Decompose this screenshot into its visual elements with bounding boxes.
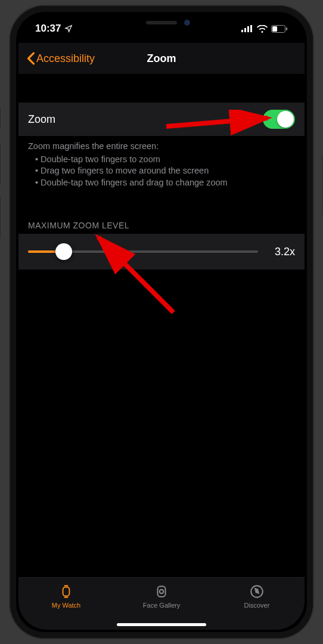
battery-icon bbox=[271, 25, 288, 33]
cellular-signal-icon bbox=[241, 25, 253, 32]
compass-icon bbox=[249, 584, 265, 599]
chevron-left-icon bbox=[27, 52, 35, 65]
notch bbox=[96, 14, 227, 31]
speaker-grille bbox=[146, 21, 177, 24]
max-zoom-slider[interactable] bbox=[28, 243, 258, 260]
nav-bar: Accessibility Zoom bbox=[18, 43, 305, 74]
page-title: Zoom bbox=[147, 52, 176, 65]
back-button[interactable]: Accessibility bbox=[23, 43, 98, 74]
face-gallery-icon bbox=[154, 584, 169, 599]
svg-point-9 bbox=[160, 590, 164, 594]
description-intro: Zoom magnifies the entire screen: bbox=[28, 141, 295, 153]
description-bullet: Double-tap two fingers and drag to chang… bbox=[35, 177, 295, 189]
svg-rect-6 bbox=[286, 27, 287, 30]
tab-label: Discover bbox=[244, 602, 270, 609]
zoom-toggle-label: Zoom bbox=[28, 113, 55, 126]
tab-label: Face Gallery bbox=[143, 602, 180, 609]
wifi-icon bbox=[257, 25, 268, 33]
zoom-toggle-switch[interactable] bbox=[263, 110, 295, 129]
back-label: Accessibility bbox=[36, 52, 95, 65]
zoom-description: Zoom magnifies the entire screen: Double… bbox=[18, 136, 305, 188]
max-zoom-slider-row: 3.2x bbox=[18, 234, 305, 270]
watch-icon bbox=[58, 584, 74, 599]
svg-rect-2 bbox=[247, 26, 249, 32]
svg-rect-3 bbox=[250, 25, 252, 32]
description-bullets: Double-tap two fingers to zoom Drag two … bbox=[28, 154, 295, 189]
tab-label: My Watch bbox=[52, 602, 81, 609]
svg-marker-11 bbox=[254, 588, 260, 595]
slider-thumb[interactable] bbox=[55, 243, 72, 260]
tab-my-watch[interactable]: My Watch bbox=[18, 584, 114, 609]
max-zoom-header: MAXIMUM ZOOM LEVEL bbox=[18, 188, 305, 234]
svg-rect-1 bbox=[244, 28, 246, 32]
svg-rect-8 bbox=[158, 586, 166, 596]
max-zoom-value: 3.2x bbox=[266, 246, 295, 258]
description-bullet: Drag two fingers to move around the scre… bbox=[35, 165, 295, 177]
home-indicator[interactable] bbox=[117, 623, 206, 626]
content: Zoom Zoom magnifies the entire screen: D… bbox=[18, 74, 305, 582]
device-side-button bbox=[0, 107, 1, 129]
location-icon bbox=[64, 24, 73, 33]
svg-rect-5 bbox=[272, 26, 277, 32]
tab-bar: My Watch Face Gallery Discover bbox=[18, 577, 305, 630]
tab-discover[interactable]: Discover bbox=[209, 584, 305, 609]
zoom-toggle-row[interactable]: Zoom bbox=[18, 103, 305, 136]
screen: 10:37 Accessibility Zoom Zoom bbox=[18, 14, 305, 630]
description-bullet: Double-tap two fingers to zoom bbox=[35, 154, 295, 166]
front-camera-icon bbox=[184, 20, 190, 26]
tab-face-gallery[interactable]: Face Gallery bbox=[114, 584, 209, 609]
status-time: 10:37 bbox=[35, 23, 61, 35]
svg-rect-0 bbox=[241, 30, 243, 32]
svg-rect-7 bbox=[63, 587, 70, 596]
device-frame: 10:37 Accessibility Zoom Zoom bbox=[10, 6, 313, 638]
device-side-button bbox=[0, 143, 1, 185]
switch-knob bbox=[277, 111, 294, 128]
device-side-button bbox=[0, 197, 1, 239]
